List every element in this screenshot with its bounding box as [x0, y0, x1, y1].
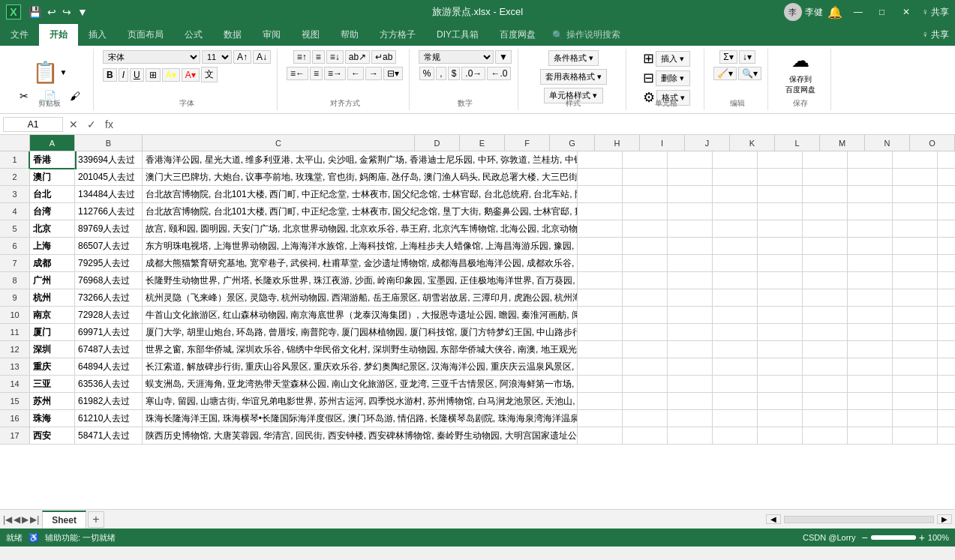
cell-c7[interactable]: 成都大熊猫繁育研究基地, 宽窄巷子, 武侯祠, 杜甫草堂, 金沙遗址博物馆, 成… [143, 255, 578, 271]
fill-btn[interactable]: ↓▾ [739, 50, 755, 64]
cell-empty-11-5[interactable] [803, 324, 848, 340]
conditional-format-btn[interactable]: 条件格式 ▾ [548, 50, 599, 66]
cell-empty-3-7[interactable] [893, 186, 938, 202]
cell-empty-16-8[interactable] [938, 410, 955, 427]
cell-empty-16-0[interactable] [578, 410, 623, 427]
cell-empty-13-1[interactable] [623, 358, 668, 375]
cell-empty-10-2[interactable] [668, 307, 713, 323]
cell-empty-1-2[interactable] [668, 151, 713, 168]
cell-empty-2-5[interactable] [803, 169, 848, 185]
cell-empty-6-7[interactable] [893, 238, 938, 254]
cell-empty-9-8[interactable] [938, 289, 955, 306]
cell-a6[interactable]: 上海 [30, 238, 75, 254]
cell-empty-13-4[interactable] [758, 358, 803, 375]
align-left-btn[interactable]: ≡← [287, 67, 308, 80]
cell-empty-16-1[interactable] [623, 410, 668, 427]
cell-empty-2-1[interactable] [623, 169, 668, 185]
cell-empty-13-6[interactable] [848, 358, 893, 375]
cell-empty-16-6[interactable] [848, 410, 893, 427]
cell-empty-13-5[interactable] [803, 358, 848, 375]
cell-c6[interactable]: 东方明珠电视塔, 上海世界动物园, 上海海洋水族馆, 上海科技馆, 上海桂步夫人… [143, 238, 578, 254]
cell-empty-6-5[interactable] [803, 238, 848, 254]
cell-empty-1-7[interactable] [893, 151, 938, 168]
cell-empty-10-6[interactable] [848, 307, 893, 323]
cell-empty-7-7[interactable] [893, 255, 938, 271]
cell-empty-5-7[interactable] [893, 220, 938, 237]
increase-decimal-btn[interactable]: .0→ [461, 67, 485, 80]
cell-empty-13-3[interactable] [713, 358, 758, 375]
cell-b11[interactable]: 69971人去过 [75, 324, 143, 340]
cell-a14[interactable]: 三亚 [30, 376, 75, 392]
cell-empty-11-1[interactable] [623, 324, 668, 340]
cell-c10[interactable]: 牛首山文化旅游区, 红山森林动物园, 南京海底世界（龙泰汉海集团）, 大报恩寺遗… [143, 307, 578, 323]
col-header-i[interactable]: I [640, 135, 685, 151]
cell-empty-1-5[interactable] [803, 151, 848, 168]
cell-empty-11-2[interactable] [668, 324, 713, 340]
row-header[interactable]: 1 [0, 151, 30, 168]
cell-a2[interactable]: 澳门 [30, 169, 75, 185]
cell-c16[interactable]: 珠海长隆海洋王国, 珠海横琴•长隆国际海洋度假区, 澳门环岛游, 情侣路, 长隆… [143, 410, 578, 427]
phonetic-btn[interactable]: 文 [201, 67, 218, 82]
cell-empty-10-3[interactable] [713, 307, 758, 323]
row-header[interactable]: 2 [0, 169, 30, 185]
cell-c15[interactable]: 寒山寺, 留园, 山塘古街, 华谊兄弟电影世界, 苏州古运河, 四季悦水游村, … [143, 393, 578, 409]
cell-c12[interactable]: 世界之窗, 东部华侨城, 深圳欢乐谷, 锦绣中华民俗文化村, 深圳野生动物园, … [143, 341, 578, 358]
cell-empty-12-5[interactable] [803, 341, 848, 358]
row-header[interactable]: 3 [0, 186, 30, 202]
cell-b5[interactable]: 89769人去过 [75, 220, 143, 237]
cell-empty-17-6[interactable] [848, 427, 893, 444]
cell-empty-8-3[interactable] [713, 272, 758, 289]
tab-formula[interactable]: 公式 [174, 24, 213, 46]
cell-empty-10-1[interactable] [623, 307, 668, 323]
col-header-h[interactable]: H [595, 135, 640, 151]
scroll-right-btn[interactable]: ▶ [937, 514, 952, 524]
row-header[interactable]: 5 [0, 220, 30, 237]
fill-color-btn[interactable]: A▾ [162, 68, 180, 82]
tab-file[interactable]: 文件 [0, 24, 39, 46]
number-format-btn[interactable]: ▼ [495, 50, 512, 64]
cell-empty-15-4[interactable] [758, 393, 803, 409]
row-header[interactable]: 13 [0, 358, 30, 375]
cell-empty-14-4[interactable] [758, 376, 803, 392]
cell-empty-6-1[interactable] [623, 238, 668, 254]
zoom-slider[interactable] [871, 535, 916, 540]
cell-b8[interactable]: 76968人去过 [75, 272, 143, 289]
cell-empty-14-7[interactable] [893, 376, 938, 392]
cell-a5[interactable]: 北京 [30, 220, 75, 237]
cell-empty-7-8[interactable] [938, 255, 955, 271]
cell-empty-4-6[interactable] [848, 203, 893, 220]
cell-c2[interactable]: 澳门大三巴牌坊, 大炮台, 议事亭前地, 玫瑰堂, 官也街, 妈阁庙, 氹仔岛,… [143, 169, 578, 185]
col-header-m[interactable]: M [820, 135, 865, 151]
cell-empty-15-5[interactable] [803, 393, 848, 409]
cell-empty-13-7[interactable] [893, 358, 938, 375]
currency-btn[interactable]: $ [448, 67, 461, 80]
cell-a8[interactable]: 广州 [30, 272, 75, 289]
cell-empty-5-8[interactable] [938, 220, 955, 237]
cell-empty-11-3[interactable] [713, 324, 758, 340]
cell-empty-5-3[interactable] [713, 220, 758, 237]
cell-empty-17-5[interactable] [803, 427, 848, 444]
cell-empty-4-5[interactable] [803, 203, 848, 220]
tab-page-layout[interactable]: 页面布局 [117, 24, 174, 46]
delete-cells-btn[interactable]: 删除 ▾ [656, 70, 689, 86]
cell-empty-3-1[interactable] [623, 186, 668, 202]
col-header-c[interactable]: C [143, 135, 415, 151]
cell-empty-5-4[interactable] [758, 220, 803, 237]
font-family-select[interactable]: 宋体 [103, 50, 200, 64]
col-header-n[interactable]: N [865, 135, 910, 151]
minimize-btn[interactable]: — [847, 4, 869, 19]
cell-empty-12-7[interactable] [893, 341, 938, 358]
font-color-btn[interactable]: A▾ [182, 68, 200, 82]
cell-empty-1-3[interactable] [713, 151, 758, 168]
save-quick-btn[interactable]: 💾 [27, 4, 43, 19]
cell-empty-14-5[interactable] [803, 376, 848, 392]
cell-empty-5-5[interactable] [803, 220, 848, 237]
cell-empty-1-8[interactable] [938, 151, 955, 168]
cell-empty-6-6[interactable] [848, 238, 893, 254]
cell-empty-17-2[interactable] [668, 427, 713, 444]
cell-c14[interactable]: 蜈支洲岛, 天涯海角, 亚龙湾热带天堂森林公园, 南山文化旅游区, 亚龙湾, 三… [143, 376, 578, 392]
cell-empty-6-4[interactable] [758, 238, 803, 254]
cell-empty-9-4[interactable] [758, 289, 803, 306]
cell-c1[interactable]: 香港海洋公园, 星光大道, 维多利亚港, 太平山, 尖沙咀, 金紫荆广场, 香港… [143, 151, 578, 168]
share-button[interactable]: ♀ 共享 [922, 6, 949, 19]
